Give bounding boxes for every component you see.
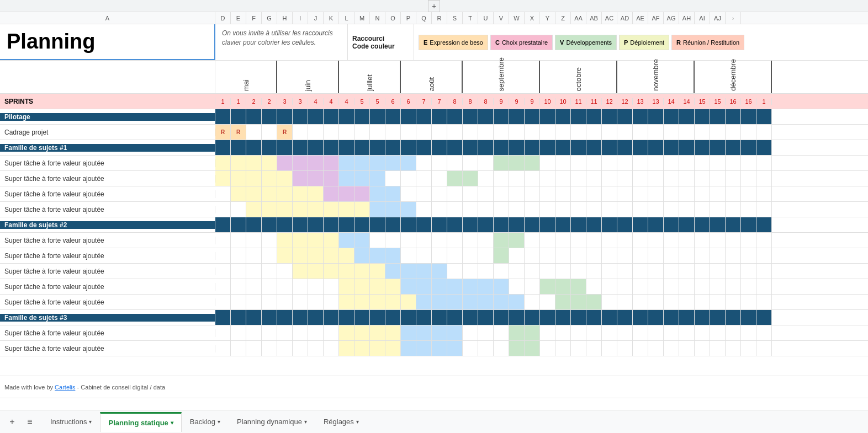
cell[interactable] (509, 295, 525, 309)
cell[interactable] (463, 295, 478, 309)
cell[interactable] (447, 217, 463, 232)
cell[interactable] (494, 202, 509, 217)
cell[interactable] (308, 202, 324, 217)
cell[interactable] (401, 325, 416, 340)
cell[interactable] (401, 217, 416, 232)
cell[interactable] (509, 125, 525, 140)
cell[interactable] (679, 156, 695, 170)
cell[interactable] (571, 295, 586, 309)
cell[interactable] (695, 186, 710, 201)
col-header-d[interactable]: D (215, 12, 231, 24)
cell[interactable] (246, 279, 262, 294)
cell[interactable] (726, 264, 741, 279)
cell[interactable] (478, 202, 494, 217)
cell[interactable] (339, 186, 354, 201)
cell[interactable] (633, 202, 648, 217)
cell[interactable] (540, 248, 555, 263)
cell[interactable] (710, 341, 726, 356)
cell[interactable] (277, 186, 293, 201)
cell[interactable] (308, 264, 324, 279)
cell[interactable] (354, 156, 370, 170)
cell[interactable] (324, 202, 339, 217)
cell[interactable] (756, 279, 772, 294)
cell[interactable] (416, 279, 432, 294)
cell[interactable] (308, 217, 324, 232)
cell[interactable] (525, 140, 540, 155)
cell[interactable] (726, 109, 741, 124)
cell[interactable] (447, 125, 463, 140)
tab-instructions[interactable]: Instructions ▾ (42, 412, 100, 432)
cell[interactable] (339, 295, 354, 309)
cell[interactable] (432, 186, 447, 201)
cell[interactable] (679, 310, 695, 325)
cell[interactable] (385, 310, 401, 325)
cell[interactable] (478, 248, 494, 263)
cell[interactable] (617, 233, 633, 248)
cell[interactable] (540, 295, 555, 309)
cell[interactable] (741, 156, 756, 170)
cell[interactable] (401, 233, 416, 248)
cell[interactable] (679, 264, 695, 279)
cell[interactable] (648, 248, 664, 263)
cell[interactable] (308, 156, 324, 170)
cell[interactable] (741, 264, 756, 279)
cell[interactable] (602, 310, 617, 325)
cell[interactable] (525, 295, 540, 309)
cell[interactable] (571, 310, 586, 325)
cell[interactable] (648, 341, 664, 356)
cell[interactable] (308, 186, 324, 201)
cell[interactable] (308, 295, 324, 309)
cell[interactable] (432, 202, 447, 217)
cell[interactable] (525, 279, 540, 294)
cell[interactable] (710, 325, 726, 340)
cell[interactable] (262, 279, 277, 294)
cell[interactable] (231, 140, 246, 155)
cell[interactable] (432, 140, 447, 155)
cell[interactable] (215, 341, 231, 356)
cell[interactable] (756, 186, 772, 201)
cell[interactable] (215, 109, 231, 124)
col-header-i[interactable]: I (293, 12, 308, 24)
cell[interactable] (679, 341, 695, 356)
cell[interactable] (494, 140, 509, 155)
cell[interactable] (494, 171, 509, 186)
cell[interactable] (324, 171, 339, 186)
cell[interactable] (246, 310, 262, 325)
cell[interactable] (664, 279, 679, 294)
cell[interactable] (354, 248, 370, 263)
cell[interactable] (416, 217, 432, 232)
cell[interactable] (540, 156, 555, 170)
cell[interactable] (370, 341, 385, 356)
cell[interactable] (509, 140, 525, 155)
cell[interactable] (385, 156, 401, 170)
cell[interactable] (633, 156, 648, 170)
cell[interactable] (246, 295, 262, 309)
cell[interactable] (726, 248, 741, 263)
cell[interactable] (339, 279, 354, 294)
cell[interactable] (525, 264, 540, 279)
cell[interactable] (447, 279, 463, 294)
cell[interactable] (555, 233, 571, 248)
cell[interactable] (370, 248, 385, 263)
cell[interactable] (525, 171, 540, 186)
cell[interactable] (664, 202, 679, 217)
cell[interactable] (571, 140, 586, 155)
cell[interactable] (293, 186, 308, 201)
cell[interactable] (756, 109, 772, 124)
cell[interactable] (741, 186, 756, 201)
cell[interactable] (339, 109, 354, 124)
cell[interactable] (370, 156, 385, 170)
cell[interactable] (324, 233, 339, 248)
cell[interactable] (494, 310, 509, 325)
cell[interactable] (324, 248, 339, 263)
cell[interactable] (664, 325, 679, 340)
cell[interactable] (586, 295, 602, 309)
cell[interactable] (617, 264, 633, 279)
cell[interactable] (277, 295, 293, 309)
cell[interactable] (756, 156, 772, 170)
cell[interactable] (540, 171, 555, 186)
cell[interactable] (293, 264, 308, 279)
cell[interactable] (215, 325, 231, 340)
cell[interactable] (478, 217, 494, 232)
col-header-t[interactable]: T (463, 12, 478, 24)
